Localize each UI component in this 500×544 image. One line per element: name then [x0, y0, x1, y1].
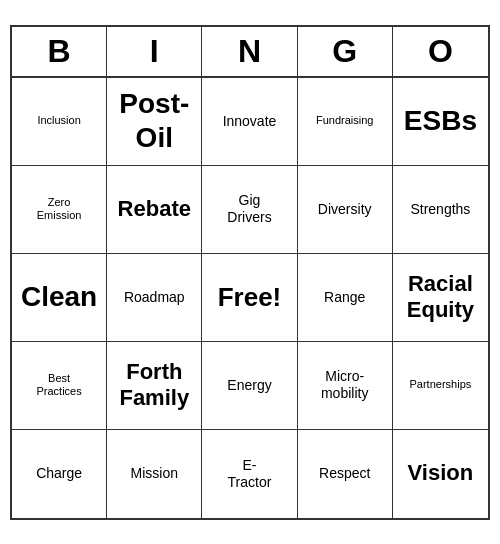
bingo-cell: Free! [202, 254, 297, 342]
header-letter: B [12, 27, 107, 76]
bingo-cell: BestPractices [12, 342, 107, 430]
cell-text: Strengths [410, 201, 470, 218]
cell-text: Roadmap [124, 289, 185, 306]
bingo-cell: E-Tractor [202, 430, 297, 518]
cell-text: E-Tractor [228, 457, 272, 491]
bingo-cell: Roadmap [107, 254, 202, 342]
cell-text: Post-Oil [119, 87, 189, 154]
bingo-grid: InclusionPost-OilInnovateFundraisingESBs… [12, 78, 488, 518]
cell-text: Innovate [223, 113, 277, 130]
cell-text: Rebate [118, 196, 191, 222]
cell-text: Charge [36, 465, 82, 482]
cell-text: Range [324, 289, 365, 306]
cell-text: ForthFamily [119, 359, 189, 412]
bingo-cell: Fundraising [298, 78, 393, 166]
cell-text: Partnerships [410, 378, 472, 391]
bingo-cell: Mission [107, 430, 202, 518]
bingo-header: BINGO [12, 27, 488, 78]
bingo-cell: Charge [12, 430, 107, 518]
cell-text: Inclusion [37, 114, 80, 127]
bingo-cell: Respect [298, 430, 393, 518]
bingo-cell: Post-Oil [107, 78, 202, 166]
cell-text: GigDrivers [227, 192, 271, 226]
bingo-cell: Energy [202, 342, 297, 430]
bingo-cell: RacialEquity [393, 254, 488, 342]
cell-text: RacialEquity [407, 271, 474, 324]
bingo-cell: Strengths [393, 166, 488, 254]
cell-text: Micro-mobility [321, 368, 368, 402]
cell-text: ZeroEmission [37, 196, 82, 222]
cell-text: Mission [131, 465, 178, 482]
bingo-cell: ForthFamily [107, 342, 202, 430]
cell-text: Diversity [318, 201, 372, 218]
bingo-cell: Inclusion [12, 78, 107, 166]
cell-text: ESBs [404, 104, 477, 138]
bingo-cell: Rebate [107, 166, 202, 254]
header-letter: O [393, 27, 488, 76]
cell-text: Clean [21, 280, 97, 314]
bingo-card: BINGO InclusionPost-OilInnovateFundraisi… [10, 25, 490, 520]
bingo-cell: ESBs [393, 78, 488, 166]
bingo-cell: Vision [393, 430, 488, 518]
cell-text: Vision [408, 460, 474, 486]
cell-text: Energy [227, 377, 271, 394]
bingo-cell: Range [298, 254, 393, 342]
bingo-cell: Clean [12, 254, 107, 342]
cell-text: BestPractices [36, 372, 81, 398]
header-letter: G [298, 27, 393, 76]
bingo-cell: GigDrivers [202, 166, 297, 254]
header-letter: I [107, 27, 202, 76]
bingo-cell: Innovate [202, 78, 297, 166]
cell-text: Free! [218, 282, 282, 313]
bingo-cell: ZeroEmission [12, 166, 107, 254]
header-letter: N [202, 27, 297, 76]
bingo-cell: Diversity [298, 166, 393, 254]
cell-text: Respect [319, 465, 370, 482]
bingo-cell: Micro-mobility [298, 342, 393, 430]
bingo-cell: Partnerships [393, 342, 488, 430]
cell-text: Fundraising [316, 114, 373, 127]
